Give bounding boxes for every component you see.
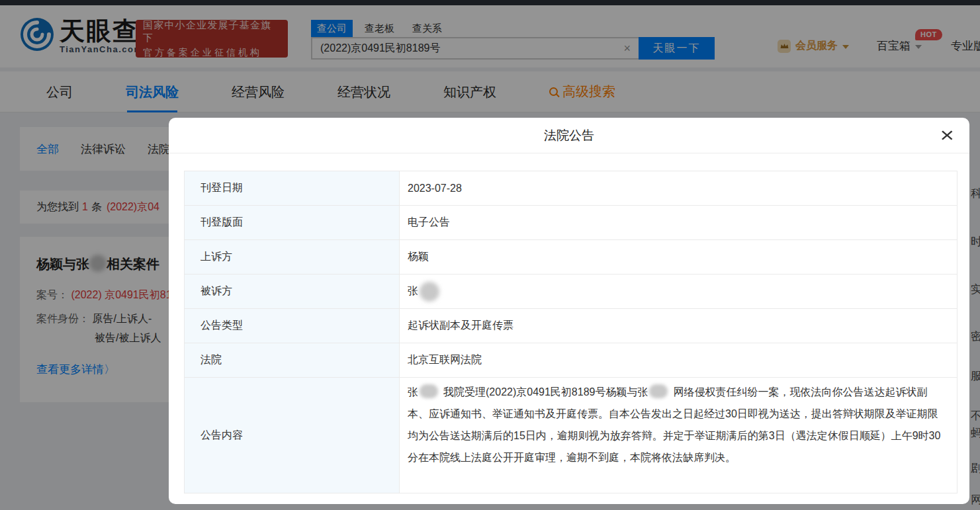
row-label: 刊登日期 [185,171,400,205]
modal-header: 法院公告 [169,118,969,153]
close-icon[interactable]: × [940,124,954,146]
table-row: 上诉方 杨颖 [185,240,957,275]
row-label: 法院 [185,343,400,377]
row-value: 北京互联网法院 [400,343,957,377]
row-value: 2023-07-28 [400,171,957,205]
redacted-name-blur [420,384,438,398]
row-label: 上诉方 [185,240,400,274]
row-value: 杨颖 [400,240,957,274]
row-value: 起诉状副本及开庭传票 [400,309,957,343]
announcement-table: 刊登日期 2023-07-28 刊登版面 电子公告 上诉方 杨颖 被诉方 张 公… [184,171,958,493]
table-row: 刊登版面 电子公告 [185,206,957,240]
table-row: 公告类型 起诉状副本及开庭传票 [185,309,957,343]
row-value: 张 [400,275,957,308]
row-label: 公告类型 [185,309,400,343]
row-label: 刊登版面 [185,206,400,239]
court-announcement-modal: 法院公告 × 刊登日期 2023-07-28 刊登版面 电子公告 上诉方 杨颖 … [169,118,969,504]
table-row-content: 公告内容 张我院受理(2022)京0491民初8189号杨颖与张网络侵权责任纠纷… [185,378,957,493]
row-value: 电子公告 [400,206,957,239]
table-row: 刊登日期 2023-07-28 [185,171,957,206]
redacted-name-blur [420,282,439,302]
table-row: 被诉方 张 [185,275,957,309]
redacted-name-blur [649,384,668,398]
modal-title: 法院公告 [544,127,594,144]
announcement-content-text: 张我院受理(2022)京0491民初8189号杨颖与张网络侵权责任纠纷一案，现依… [400,378,957,493]
row-label: 被诉方 [185,275,400,308]
table-row: 法院 北京互联网法院 [185,343,957,378]
row-label: 公告内容 [185,378,400,493]
